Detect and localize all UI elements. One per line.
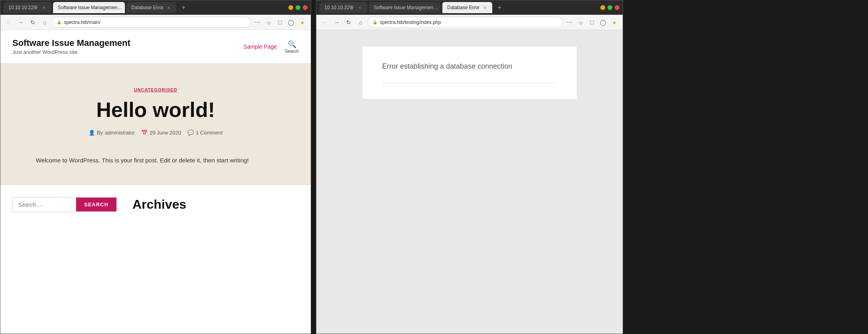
right-tab-ip-close[interactable]: ✕ bbox=[357, 5, 363, 10]
right-tab-wp-label: Software Issue Managemen… bbox=[374, 5, 438, 10]
left-tab-ip-label: 10.10.10.229/ bbox=[8, 5, 37, 10]
left-page-content: Software Issue Management Just another W… bbox=[0, 30, 311, 334]
wp-post-date: 📅 29 June 2020 bbox=[141, 130, 181, 136]
right-reload-button[interactable]: ↻ bbox=[343, 17, 354, 28]
right-toolbar: ← → ↻ ⌂ 🔒 spectra.htb/testing/index.php … bbox=[316, 15, 623, 30]
wp-archives-heading: Archives bbox=[132, 197, 186, 212]
right-lock-icon: 🔒 bbox=[373, 20, 377, 24]
left-window-controls bbox=[288, 5, 308, 10]
browser-divider bbox=[311, 0, 314, 334]
wp-date-icon: 📅 bbox=[141, 130, 148, 136]
right-extensions-button[interactable]: □ bbox=[587, 17, 597, 28]
right-address-bar[interactable]: 🔒 spectra.htb/testing/index.php bbox=[367, 17, 563, 28]
right-tab-dberr-label: Database Error bbox=[447, 5, 479, 10]
left-title-bar: 10.10.10.229/ ✕ Software Issue Managemen… bbox=[0, 0, 311, 15]
right-more-button[interactable]: ⋯ bbox=[564, 17, 575, 28]
right-tab-dberr[interactable]: Database Error ✕ bbox=[442, 2, 492, 13]
wp-header: Software Issue Management Just another W… bbox=[0, 30, 311, 63]
left-bookmarks-button[interactable]: ☼ bbox=[264, 17, 274, 28]
wp-author-prefix: By bbox=[97, 130, 103, 136]
left-address-bar[interactable]: 🔒 spectra.htb/main/ bbox=[51, 17, 251, 28]
right-new-tab-button[interactable]: + bbox=[494, 2, 505, 13]
left-close-button[interactable] bbox=[303, 5, 308, 10]
wp-post-comments: 💬 1 Comment bbox=[187, 130, 223, 136]
right-back-button[interactable]: ← bbox=[320, 17, 330, 28]
left-minimize-button[interactable] bbox=[288, 5, 293, 10]
left-forward-button[interactable]: → bbox=[16, 17, 26, 28]
wp-post-title: Hello world! bbox=[12, 99, 299, 121]
left-home-button[interactable]: ⌂ bbox=[39, 17, 50, 28]
wp-date-text: 29 June 2020 bbox=[150, 130, 181, 136]
wp-nav: Sample Page 🔍 Search bbox=[243, 40, 299, 53]
right-title-bar: 10.10.10.229/ ✕ Software Issue Managemen… bbox=[316, 0, 623, 15]
right-tab-wp[interactable]: Software Issue Managemen… ✕ bbox=[369, 2, 441, 13]
wp-post-category[interactable]: UNCATEGORISED bbox=[12, 87, 299, 92]
wp-comment-count[interactable]: 1 Comment bbox=[196, 130, 223, 136]
left-profile-button[interactable]: ◯ bbox=[286, 17, 296, 28]
left-reload-button[interactable]: ↻ bbox=[28, 17, 38, 28]
right-close-button[interactable] bbox=[615, 5, 619, 10]
left-tab-wp-close[interactable]: ✕ bbox=[124, 5, 125, 10]
wp-sample-page-link[interactable]: Sample Page bbox=[243, 43, 277, 50]
left-tab-ip[interactable]: 10.10.10.229/ ✕ bbox=[4, 2, 51, 13]
left-notifications-button[interactable]: ● bbox=[297, 17, 308, 28]
right-tab-ip-label: 10.10.10.229/ bbox=[324, 5, 353, 10]
right-url-text: spectra.htb/testing/index.php bbox=[380, 20, 441, 25]
wp-post-meta: 👤 By administrator 📅 29 June 2020 💬 1 Co… bbox=[12, 130, 299, 136]
right-tab-ip[interactable]: 10.10.10.229/ ✕ bbox=[320, 2, 367, 13]
right-bookmarks-button[interactable]: ☼ bbox=[576, 17, 586, 28]
wp-author-name[interactable]: administrator bbox=[105, 130, 135, 136]
wp-comment-icon: 💬 bbox=[187, 130, 194, 136]
left-browser-window: 10.10.10.229/ ✕ Software Issue Managemen… bbox=[0, 0, 311, 334]
wp-footer-search-button[interactable]: SEARCH bbox=[76, 198, 116, 211]
left-more-button[interactable]: ⋯ bbox=[253, 17, 263, 28]
db-error-message: Error establishing a database connection bbox=[382, 62, 557, 71]
left-maximize-button[interactable] bbox=[296, 5, 300, 10]
left-extensions-button[interactable]: □ bbox=[275, 17, 285, 28]
wp-search-button-label: Search bbox=[285, 49, 299, 53]
wp-post-author: 👤 By administrator bbox=[89, 130, 135, 136]
left-content-wrapper: Software Issue Management Just another W… bbox=[0, 30, 311, 334]
left-tab-dberr[interactable]: Database Error ✕ bbox=[126, 2, 176, 13]
right-browser-window: 10.10.10.229/ ✕ Software Issue Managemen… bbox=[316, 0, 623, 334]
right-profile-button[interactable]: ◯ bbox=[598, 17, 608, 28]
wp-footer-search-input[interactable] bbox=[12, 197, 76, 212]
right-window-controls bbox=[600, 5, 619, 10]
right-notifications-button[interactable]: ● bbox=[609, 17, 619, 28]
wp-search-icon: 🔍 bbox=[288, 40, 296, 49]
right-minimize-button[interactable] bbox=[600, 5, 605, 10]
left-lock-icon: 🔒 bbox=[57, 20, 61, 24]
db-error-box: Error establishing a database connection bbox=[362, 46, 577, 99]
wp-hero-section: UNCATEGORISED Hello world! 👤 By administ… bbox=[0, 63, 311, 185]
left-url-text: spectra.htb/main/ bbox=[64, 20, 101, 25]
wp-footer: SEARCH Archives bbox=[0, 185, 311, 224]
left-tab-dberr-close[interactable]: ✕ bbox=[166, 5, 172, 10]
error-divider bbox=[382, 83, 557, 83]
right-forward-button[interactable]: → bbox=[331, 17, 342, 28]
left-toolbar: ← → ↻ ⌂ 🔒 spectra.htb/main/ ⋯ ☼ □ ◯ ● bbox=[0, 15, 311, 30]
wp-post-body: Welcome to WordPress. This is your first… bbox=[36, 148, 275, 165]
wp-site-title: Software Issue Management bbox=[12, 38, 130, 48]
left-tab-wp-label: Software Issue Managemen… bbox=[58, 5, 122, 10]
wp-site-tagline: Just another WordPress site bbox=[12, 49, 130, 55]
right-tab-wp-close[interactable]: ✕ bbox=[440, 5, 441, 10]
left-tab-ip-close[interactable]: ✕ bbox=[41, 5, 47, 10]
wp-search-toggle-button[interactable]: 🔍 Search bbox=[285, 40, 299, 53]
left-new-tab-button[interactable]: + bbox=[178, 2, 189, 13]
wp-author-icon: 👤 bbox=[89, 130, 95, 136]
left-toolbar-right: ⋯ ☼ □ ◯ ● bbox=[253, 17, 308, 28]
right-toolbar-right: ⋯ ☼ □ ◯ ● bbox=[564, 17, 619, 28]
wp-site-info: Software Issue Management Just another W… bbox=[12, 38, 130, 55]
right-tab-dberr-close[interactable]: ✕ bbox=[482, 5, 487, 10]
right-page-content: Error establishing a database connection bbox=[316, 30, 623, 334]
wp-footer-search-widget: SEARCH bbox=[12, 197, 116, 212]
left-tab-dberr-label: Database Error bbox=[131, 5, 164, 10]
left-back-button[interactable]: ← bbox=[4, 17, 14, 28]
right-maximize-button[interactable] bbox=[608, 5, 612, 10]
right-home-button[interactable]: ⌂ bbox=[355, 17, 366, 28]
left-tab-wp[interactable]: Software Issue Managemen… ✕ bbox=[53, 2, 125, 13]
